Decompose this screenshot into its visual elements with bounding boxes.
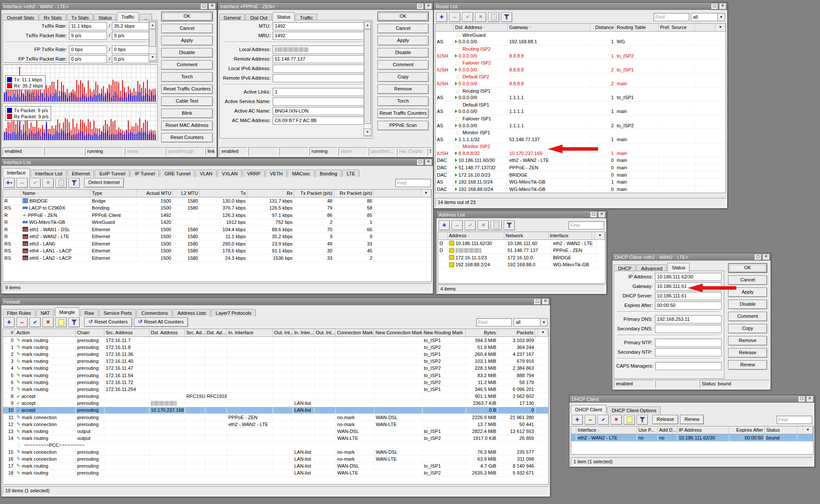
comment-row[interactable]: :::Failover ISP2 — [436, 59, 726, 66]
disable-button[interactable]: ✖ — [611, 415, 622, 425]
table-row[interactable]: 15mark connectionpreroutingLAN-listno-ma… — [3, 449, 548, 456]
reset-counters-button[interactable]: Reset Counters — [161, 133, 213, 142]
maximize-icon[interactable]: ▢ — [534, 298, 541, 305]
firewall-filter-dropdown[interactable]: all ▼ — [514, 318, 548, 326]
renew-button[interactable]: Renew — [680, 415, 703, 424]
torch-button[interactable]: Torch — [161, 72, 213, 82]
caps-managers-field[interactable] — [655, 362, 722, 370]
table-row[interactable]: 16mark connectionpreroutingLAN-listno-ma… — [3, 456, 548, 462]
enable-button[interactable]: ✔ — [598, 415, 609, 425]
tab-vlan[interactable]: VLAN — [195, 170, 217, 177]
reset-mac-address-button[interactable]: Reset MAC Address — [161, 121, 213, 130]
column-header-use-p[interactable]: Use P... — [637, 426, 658, 434]
table-row[interactable]: 1mark routingprerouting172.16.11.8to_ISP… — [3, 344, 548, 351]
add-button[interactable]: +▾ — [3, 178, 15, 188]
column-header-item[interactable] — [438, 232, 448, 239]
table-row[interactable]: RSeth3 - LAN0Ethernet15001580290.0 kbps2… — [3, 240, 431, 248]
comment-row[interactable]: :::Routing ISP1 — [436, 87, 726, 94]
tab-nat[interactable]: NAT — [36, 309, 54, 317]
mtu-field[interactable]: 1492 — [273, 22, 367, 30]
tab-vxlan[interactable]: VXLAN — [218, 170, 242, 177]
table-row[interactable]: Reth1 - WAN1 - DSLEthernet15001580104.4 … — [3, 226, 431, 233]
close-icon[interactable]: ✕ — [542, 298, 549, 305]
table-row[interactable]: 6mark routingprerouting172.16.11.72to_IS… — [3, 379, 548, 386]
table-row[interactable]: IUSH0.0.0.0/08.8.8.82main — [436, 80, 726, 87]
table-row[interactable]: 7mark routingprerouting172.16.11.254to_I… — [3, 386, 548, 393]
comment-button[interactable]: Comment — [377, 60, 429, 70]
titlebar[interactable]: Address List ▢ ✕ — [436, 211, 606, 218]
table-row[interactable]: DAC172.16.10.0/23BRIDGE0main — [436, 171, 726, 179]
ip-address-field[interactable]: 10.186.111.62/30 — [655, 273, 722, 281]
cable-test-button[interactable]: Cable Test — [161, 97, 213, 106]
column-header-gateway[interactable]: Gateway▿ — [508, 24, 590, 31]
remove-button[interactable]: − — [449, 12, 460, 22]
tab-mangle[interactable]: Mangle — [55, 307, 79, 317]
comment-row[interactable]: :::Default ISP2 — [436, 74, 726, 81]
column-header-item[interactable] — [3, 190, 21, 197]
comment-button[interactable] — [491, 220, 502, 230]
comment-button[interactable] — [624, 415, 635, 425]
table-row[interactable]: RSeth4 - LAN1 - LACPEthernet15001580178.… — [3, 248, 431, 255]
tab-connections[interactable]: Connections — [137, 309, 172, 317]
close-icon[interactable]: ✕ — [806, 396, 813, 402]
column-header-interface[interactable]: Interface — [549, 232, 592, 239]
scroll-down-icon[interactable]: ▼ — [149, 54, 156, 61]
scroll-down-icon[interactable]: ▼ — [364, 129, 371, 136]
primary-ntp-field[interactable] — [655, 339, 722, 347]
copy-button[interactable]: Copy — [377, 72, 429, 82]
table-row[interactable]: 18mark routingpreroutingLAN-listWAN-LTEt… — [3, 470, 548, 477]
tab-bonding[interactable]: Bonding — [316, 170, 342, 177]
remove-button[interactable]: − — [585, 415, 596, 425]
tab-dhcp-client[interactable]: DHCP Client — [571, 405, 606, 414]
ac-mac-address-field[interactable]: C6:09:B7:F2:AC:8B — [273, 116, 367, 125]
comment-row[interactable]: :::Routing ISP2 — [436, 45, 726, 52]
detect-internet-button[interactable]: Detect Internet — [84, 178, 124, 187]
table-row[interactable]: 4mark routingprerouting172.16.11.47to_IS… — [3, 365, 548, 372]
tab-status[interactable]: Status — [667, 263, 690, 272]
primary-dns-field[interactable]: 192.168.253.11 — [655, 315, 722, 323]
add-button[interactable]: + — [572, 415, 583, 425]
disable-button[interactable]: Disable — [728, 300, 767, 309]
close-icon[interactable]: ✕ — [762, 254, 770, 260]
column-chooser-button[interactable]: ▼ — [803, 426, 813, 434]
comment-button[interactable]: Comment — [161, 60, 213, 70]
maximize-icon[interactable]: ▢ — [590, 211, 597, 218]
table-row[interactable]: 17mark routingpreroutingLAN-listWAN-DSLt… — [3, 462, 548, 469]
renew-button[interactable]: Renew — [728, 360, 767, 370]
filter-button[interactable] — [504, 220, 515, 230]
column-header-network[interactable]: Network — [504, 232, 549, 239]
comment-row[interactable]: :::WireGuard — [436, 32, 726, 39]
remove-button[interactable]: − — [16, 178, 28, 188]
column-header-out-int[interactable]: Out. Int... — [273, 329, 293, 336]
column-header-in-inter[interactable]: In. Inter... — [293, 329, 314, 336]
copy-button[interactable]: Copy — [728, 324, 767, 333]
apply-button[interactable]: Apply — [161, 36, 213, 45]
close-icon[interactable]: ✕ — [208, 3, 216, 10]
scroll-up-icon[interactable]: ▲ — [149, 22, 156, 29]
mru-field[interactable]: 1492 — [273, 32, 367, 40]
ok-button[interactable]: OK — [161, 12, 213, 21]
tx-rx-packet-rate-field[interactable]: 9 p/s — [69, 32, 107, 40]
tab-interface-list[interactable]: Interface List — [31, 170, 67, 177]
close-icon[interactable]: ✕ — [598, 211, 605, 218]
column-header-action[interactable]: Action — [15, 329, 76, 336]
tab-service-ports[interactable]: Service Ports — [99, 309, 136, 317]
enable-button[interactable]: ✔ — [462, 12, 473, 22]
table-row[interactable]: D10.186.111.62/3010.186.111.60eth2 - WAN… — [438, 240, 605, 247]
fp-tx-rx-packet-rate-field[interactable]: 0 p/s — [112, 55, 150, 63]
scrollbar[interactable]: ▲ ▼ — [149, 21, 156, 61]
table-row[interactable]: AS0.0.0.0/01.1.1.12to_ISP2 — [436, 122, 726, 129]
chevron-down-icon[interactable]: ▼ — [718, 13, 725, 21]
close-icon[interactable]: ✕ — [425, 3, 432, 10]
table-row[interactable]: AS1.1.1.1/3251.148.77.1371main — [436, 136, 726, 143]
column-header-l2-mtu[interactable]: L2 MTU — [173, 190, 200, 197]
comment-row[interactable]: :::Monitor ISP1 — [436, 129, 726, 136]
column-header-pref-source[interactable]: Pref. Source — [659, 24, 695, 31]
secondary-ntp-field[interactable] — [655, 348, 722, 356]
local-address-field[interactable] — [273, 45, 367, 54]
enable-button[interactable]: ✔ — [465, 220, 476, 230]
table-row[interactable]: 172.16.11.1/23172.16.10.0BRIDGE — [438, 254, 605, 262]
release-button[interactable]: Release — [728, 348, 767, 358]
table-row[interactable]: DAC192.168.88.0/24WG-MikroTik-GB0main — [436, 186, 726, 193]
column-header-address[interactable]: Address▵ — [448, 232, 504, 239]
